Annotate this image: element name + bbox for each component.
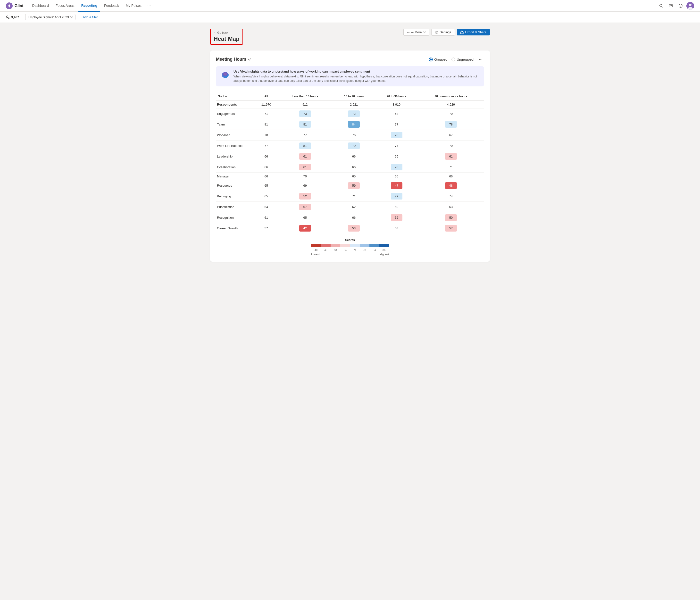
logo-label: Glint: [15, 4, 23, 8]
user-avatar[interactable]: [686, 2, 694, 10]
cell-3-4: 67: [418, 130, 484, 141]
cell-4-3: 77: [375, 141, 418, 151]
page-header: ← Go back Heat Map ··· ··· More Settings: [210, 29, 490, 45]
nav-reporting[interactable]: Reporting: [78, 0, 100, 11]
help-button[interactable]: ?: [677, 2, 684, 10]
messages-button[interactable]: [667, 2, 675, 10]
svg-point-17: [224, 73, 227, 75]
legend-seg-3: [331, 244, 340, 247]
cell-6-0: 66: [255, 162, 278, 173]
title-box: ← Go back Heat Map: [210, 29, 243, 45]
logo-area[interactable]: Glint: [6, 2, 23, 9]
settings-button[interactable]: Settings: [431, 29, 455, 36]
section-header: Meeting Hours Grouped Ungrouped ···: [216, 56, 484, 62]
row-label-12: Career Growth: [216, 223, 255, 234]
info-desc: When viewing Viva Insights behavioral da…: [233, 74, 480, 83]
cell-4-2: 79: [332, 141, 375, 151]
legend-seg-2: [321, 244, 331, 247]
cell-1-0: 71: [255, 108, 278, 119]
table-row: Leadership6661666561: [216, 151, 484, 162]
col-30plus-header: 30 hours or more hours: [418, 92, 484, 101]
legend-val-6: 78: [360, 249, 369, 251]
legend-bar: [311, 244, 389, 247]
cell-10-2: 62: [332, 202, 375, 212]
cell-12-4: 57: [418, 223, 484, 234]
chevron-down-icon: [225, 96, 227, 97]
cell-0-3: 3,910: [375, 101, 418, 108]
row-label-4: Work Life Balance: [216, 141, 255, 151]
nav-more-dots[interactable]: ···: [145, 3, 153, 8]
cell-11-2: 66: [332, 212, 375, 223]
row-label-9: Belonging: [216, 191, 255, 202]
search-button[interactable]: [657, 2, 665, 10]
cell-10-4: 63: [418, 202, 484, 212]
legend-labels: 40 49 58 64 71 78 84 86: [311, 249, 389, 251]
cell-12-3: 58: [375, 223, 418, 234]
cell-12-1: 42: [278, 223, 332, 234]
more-button[interactable]: ··· ··· More: [403, 29, 429, 36]
people-icon: [6, 16, 10, 19]
cell-4-1: 81: [278, 141, 332, 151]
cell-8-3: 47: [375, 180, 418, 191]
section-title[interactable]: Meeting Hours: [216, 57, 251, 62]
cell-0-2: 2,521: [332, 101, 375, 108]
legend-val-1: 40: [311, 249, 321, 251]
export-share-button[interactable]: Export & Share: [457, 29, 490, 35]
export-icon: [460, 31, 464, 34]
cell-9-4: 74: [418, 191, 484, 202]
row-label-1: Engagement: [216, 108, 255, 119]
legend-val-4: 64: [340, 249, 350, 251]
table-row: Belonging6552717974: [216, 191, 484, 202]
row-label-0: Respondents: [216, 101, 255, 108]
svg-point-9: [689, 4, 692, 6]
count-value: 3,487: [11, 15, 19, 19]
page-title: Heat Map: [214, 35, 240, 42]
cell-8-1: 69: [278, 180, 332, 191]
nav-dashboard[interactable]: Dashboard: [29, 0, 52, 11]
legend-title: Scores: [345, 239, 355, 242]
grouped-option[interactable]: Grouped: [429, 57, 447, 61]
col-10to20-header: 10 to 20 hours: [332, 92, 375, 101]
cell-9-3: 79: [375, 191, 418, 202]
cell-3-1: 77: [278, 130, 332, 141]
table-row: Engagement7173726870: [216, 108, 484, 119]
info-box: Use Viva Insights data to understand how…: [216, 66, 484, 86]
employee-count: 3,487: [6, 15, 19, 19]
cell-1-4: 70: [418, 108, 484, 119]
nav-focus-areas[interactable]: Focus Areas: [53, 0, 77, 11]
cell-5-3: 65: [375, 151, 418, 162]
ungrouped-option[interactable]: Ungrouped: [451, 57, 474, 61]
section-more-dots[interactable]: ···: [477, 56, 484, 62]
cell-11-1: 65: [278, 212, 332, 223]
cell-10-1: 57: [278, 202, 332, 212]
legend-seg-6: [360, 244, 369, 247]
row-label-5: Leadership: [216, 151, 255, 162]
col-all-header: All: [255, 92, 278, 101]
more-label: ··· More: [411, 30, 422, 34]
nav-feedback[interactable]: Feedback: [101, 0, 122, 11]
row-label-10: Prioritization: [216, 202, 255, 212]
row-label-6: Collaboration: [216, 162, 255, 173]
more-dots-icon: ···: [407, 30, 410, 34]
svg-text:?: ?: [680, 5, 681, 7]
cell-6-4: 71: [418, 162, 484, 173]
table-row: Resources6569594748: [216, 180, 484, 191]
signal-filter-chip[interactable]: Employee Signals: April 2023: [25, 14, 75, 20]
add-filter-button[interactable]: + Add a filter: [78, 14, 100, 20]
back-link[interactable]: ← Go back: [214, 31, 240, 34]
cell-10-0: 64: [255, 202, 278, 212]
sort-button[interactable]: Sort: [218, 95, 253, 98]
info-title: Use Viva Insights data to understand how…: [233, 70, 480, 73]
nav-my-pulses[interactable]: My Pulses: [123, 0, 144, 11]
envelope-icon: [669, 4, 673, 8]
cell-7-4: 66: [418, 173, 484, 180]
col-lt10-header: Less than 10 hours: [278, 92, 332, 101]
cell-7-0: 66: [255, 173, 278, 180]
grouped-radio[interactable]: [429, 57, 433, 61]
table-row: Collaboration6661667871: [216, 162, 484, 173]
legend-val-5: 71: [350, 249, 360, 251]
cell-11-3: 52: [375, 212, 418, 223]
legend-seg-1: [311, 244, 321, 247]
ungrouped-radio[interactable]: [451, 57, 455, 61]
chevron-down-icon: [248, 58, 251, 60]
